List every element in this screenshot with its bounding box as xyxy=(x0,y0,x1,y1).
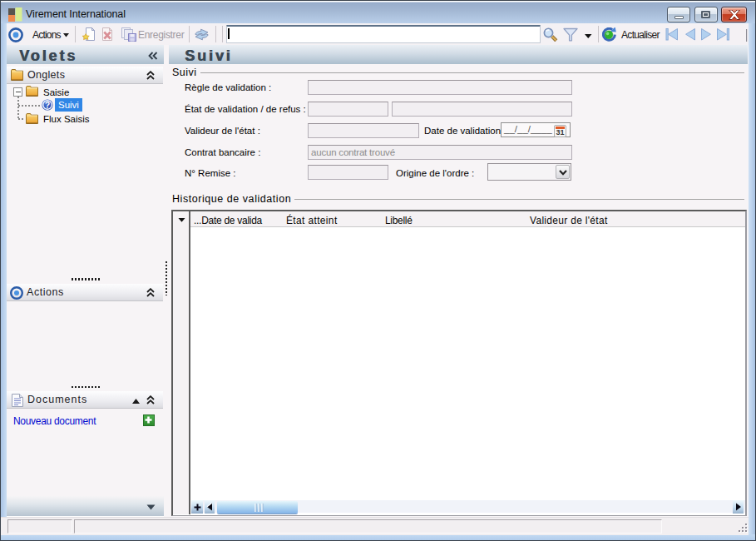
svg-text:?: ? xyxy=(45,101,50,110)
